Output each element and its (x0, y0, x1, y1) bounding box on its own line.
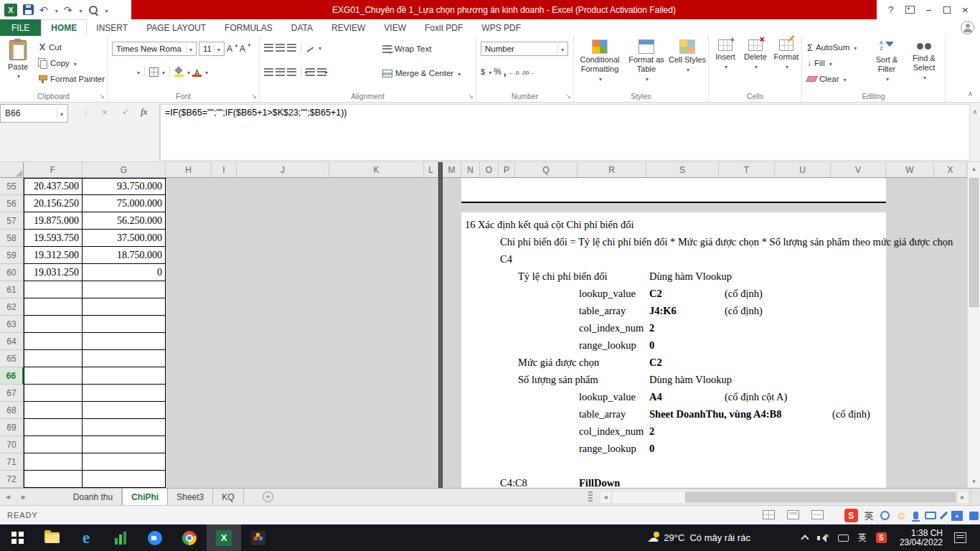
row-header-70[interactable]: 70 (0, 436, 24, 453)
align-top-icon[interactable] (264, 44, 273, 52)
cell-F63[interactable] (24, 316, 83, 333)
cell-F72[interactable] (24, 471, 83, 488)
row-header-67[interactable]: 67 (0, 385, 24, 402)
column-header-I[interactable]: I (212, 162, 237, 177)
column-header-R[interactable]: R (578, 162, 646, 177)
normal-view-icon[interactable] (763, 510, 775, 519)
cell-G66[interactable] (83, 367, 166, 385)
cell-F69[interactable] (24, 419, 83, 436)
redo-icon[interactable] (64, 4, 72, 16)
new-sheet-button[interactable] (263, 491, 273, 502)
shrink-font-button[interactable] (240, 44, 250, 54)
cell-F62[interactable] (24, 298, 83, 316)
row-header-68[interactable]: 68 (0, 402, 24, 419)
gray-cells-area-left[interactable] (166, 178, 438, 488)
horizontal-scroll-thumb[interactable] (685, 492, 956, 502)
insert-dropdown-icon[interactable] (725, 62, 727, 72)
cell-F60[interactable]: 19.031.250 (24, 264, 83, 281)
cell-F58[interactable]: 19.593.750 (24, 230, 83, 247)
merge-center-dropdown-icon[interactable] (458, 69, 461, 77)
cell-styles-button[interactable]: Cell Styles (669, 36, 706, 96)
fill-color-icon[interactable] (174, 67, 184, 77)
conditional-formatting-dropdown-icon[interactable] (599, 74, 602, 84)
column-header-U[interactable]: U (775, 162, 831, 177)
clipboard-dialog-launcher[interactable] (99, 93, 105, 100)
row-header-71[interactable]: 71 (0, 453, 24, 471)
formula-bar-collapse-icon[interactable] (972, 108, 977, 116)
volume-muted-icon[interactable] (817, 534, 829, 542)
merge-center-button[interactable]: Merge & Center (380, 66, 463, 80)
row-header-56[interactable]: 56 (0, 195, 24, 212)
align-middle-icon[interactable] (275, 44, 285, 52)
cell-G59[interactable]: 18.750.000 (83, 247, 166, 264)
row-header-66[interactable]: 66 (0, 367, 24, 385)
split-bar[interactable] (438, 162, 443, 488)
ime-toolbox-icon[interactable] (969, 512, 979, 520)
page-break-view-icon[interactable] (811, 510, 824, 519)
cell-G67[interactable] (83, 385, 166, 402)
column-header-W[interactable]: W (886, 162, 934, 177)
taskbar-edge-button[interactable] (69, 524, 103, 551)
user-avatar-icon[interactable] (961, 21, 974, 34)
cell-G62[interactable] (83, 298, 166, 316)
row-header-60[interactable]: 60 (0, 264, 24, 281)
column-header-L[interactable]: L (424, 162, 438, 177)
row-header-62[interactable]: 62 (0, 298, 24, 316)
ribbon-tab-file[interactable]: FILE (0, 19, 41, 36)
cell-styles-dropdown-icon[interactable] (687, 65, 689, 75)
sheet-nav-right-icon[interactable] (16, 489, 32, 505)
accounting-dropdown-icon[interactable] (489, 67, 491, 77)
ime-settings-icon[interactable] (940, 512, 948, 519)
formula-input[interactable]: =IF($B65="";"";IF($B65+1>$K$23;"";$B65+1… (160, 104, 970, 161)
increase-decimal-icon[interactable] (509, 67, 519, 77)
hscroll-right-icon[interactable] (957, 491, 969, 504)
font-size-dropdown-icon[interactable] (214, 44, 220, 53)
vertical-scroll-thumb[interactable] (969, 178, 979, 307)
undo-dropdown-icon[interactable] (55, 5, 58, 15)
column-header-K[interactable]: K (329, 162, 424, 177)
taskbar-start-button[interactable] (0, 524, 34, 551)
maximize-button[interactable] (943, 6, 951, 14)
fill-color-dropdown-icon[interactable] (187, 67, 190, 77)
underline-dropdown-icon[interactable] (137, 67, 140, 77)
notes-cells-area[interactable] (461, 212, 886, 488)
wrap-text-button[interactable]: Wrap Text (380, 42, 433, 56)
cell-G71[interactable] (83, 453, 166, 471)
row-header-61[interactable]: 61 (0, 281, 24, 298)
paste-dropdown-icon[interactable] (17, 71, 20, 80)
row-header-58[interactable]: 58 (0, 230, 24, 247)
column-header-T[interactable]: T (719, 162, 775, 177)
cancel-formula-icon[interactable] (102, 107, 108, 118)
horizontal-scrollbar[interactable] (612, 491, 956, 504)
help-button[interactable]: ? (888, 4, 893, 15)
ribbon-tab-wps-pdf[interactable]: WPS PDF (472, 19, 530, 36)
cell-G68[interactable] (83, 402, 166, 419)
cell-F59[interactable]: 19.312.500 (24, 247, 83, 264)
paste-button[interactable]: Paste (3, 37, 33, 90)
cell-G70[interactable] (83, 436, 166, 453)
number-dialog-launcher[interactable] (565, 93, 571, 100)
orientation-icon[interactable] (306, 43, 315, 52)
ribbon-tab-review[interactable]: REVIEW (322, 19, 374, 36)
align-right-icon[interactable] (287, 68, 296, 76)
ribbon-tab-insert[interactable]: INSERT (87, 19, 137, 36)
sheet-tab-chiphi[interactable]: ChiPhi (122, 489, 168, 505)
cell-G64[interactable] (83, 333, 166, 350)
select-all-button[interactable] (0, 162, 24, 178)
ime-keyboard-icon[interactable] (925, 512, 936, 519)
font-name-dropdown-icon[interactable] (186, 44, 192, 53)
accounting-format-icon[interactable] (481, 67, 485, 77)
taskbar-video-app-button[interactable] (138, 524, 172, 551)
hscroll-left-icon[interactable] (600, 491, 611, 504)
find-select-button[interactable]: Find & Select (905, 36, 943, 96)
align-left-icon[interactable] (264, 68, 273, 76)
hidden-icons-chevron-icon[interactable] (801, 534, 809, 542)
cell-G55[interactable]: 93.750.000 (83, 178, 166, 195)
sort-filter-button[interactable]: Sort & Filter (868, 36, 905, 96)
ribbon-tab-formulas[interactable]: FORMULAS (215, 19, 282, 36)
sogou-tray-icon[interactable] (876, 532, 887, 543)
autosum-button[interactable]: AutoSum (805, 40, 859, 55)
cell-G58[interactable]: 37.500.000 (83, 230, 166, 247)
ime-upload-icon[interactable] (951, 511, 963, 521)
sheet-tab-sheet3[interactable]: Sheet3 (168, 489, 213, 505)
